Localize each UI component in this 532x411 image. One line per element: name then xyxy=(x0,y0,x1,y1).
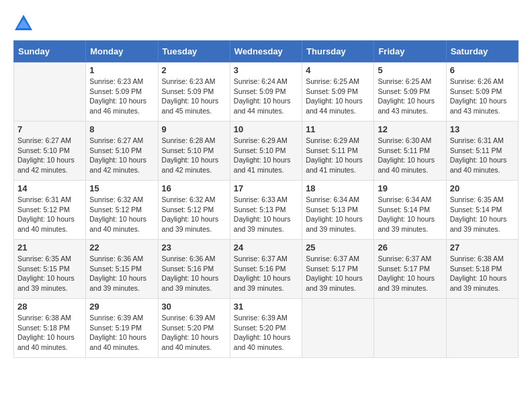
day-number: 25 xyxy=(306,242,370,253)
day-number: 20 xyxy=(450,183,515,193)
day-info: Sunrise: 6:23 AMSunset: 5:09 PMDaylight:… xyxy=(162,77,226,116)
calendar-cell: 22Sunrise: 6:36 AMSunset: 5:15 PMDayligh… xyxy=(86,240,158,299)
day-info: Sunrise: 6:31 AMSunset: 5:12 PMDaylight:… xyxy=(17,195,82,234)
week-row-3: 14Sunrise: 6:31 AMSunset: 5:12 PMDayligh… xyxy=(14,181,519,240)
day-number: 13 xyxy=(450,124,515,134)
day-info: Sunrise: 6:33 AMSunset: 5:13 PMDaylight:… xyxy=(234,195,298,234)
day-info: Sunrise: 6:25 AMSunset: 5:09 PMDaylight:… xyxy=(378,77,442,116)
calendar-cell: 13Sunrise: 6:31 AMSunset: 5:11 PMDayligh… xyxy=(446,122,518,181)
day-info: Sunrise: 6:35 AMSunset: 5:14 PMDaylight:… xyxy=(450,195,515,234)
calendar-cell: 6Sunrise: 6:26 AMSunset: 5:09 PMDaylight… xyxy=(446,62,518,122)
column-header-tuesday: Tuesday xyxy=(158,41,230,62)
day-number: 3 xyxy=(234,65,298,75)
calendar-cell: 5Sunrise: 6:25 AMSunset: 5:09 PMDaylight… xyxy=(374,62,446,122)
calendar-cell: 15Sunrise: 6:32 AMSunset: 5:12 PMDayligh… xyxy=(86,181,158,240)
day-number: 11 xyxy=(306,124,370,134)
day-info: Sunrise: 6:37 AMSunset: 5:16 PMDaylight:… xyxy=(234,254,298,293)
day-info: Sunrise: 6:29 AMSunset: 5:10 PMDaylight:… xyxy=(234,136,298,175)
day-info: Sunrise: 6:32 AMSunset: 5:12 PMDaylight:… xyxy=(89,195,154,234)
column-header-thursday: Thursday xyxy=(302,41,374,62)
calendar-cell: 21Sunrise: 6:35 AMSunset: 5:15 PMDayligh… xyxy=(14,240,86,299)
day-number: 29 xyxy=(89,302,154,312)
calendar-cell: 1Sunrise: 6:23 AMSunset: 5:09 PMDaylight… xyxy=(86,62,158,122)
column-header-friday: Friday xyxy=(374,41,446,62)
day-info: Sunrise: 6:34 AMSunset: 5:13 PMDaylight:… xyxy=(306,195,370,234)
day-number: 22 xyxy=(89,242,154,253)
day-number: 9 xyxy=(162,124,226,134)
day-info: Sunrise: 6:24 AMSunset: 5:09 PMDaylight:… xyxy=(234,77,298,116)
day-info: Sunrise: 6:26 AMSunset: 5:09 PMDaylight:… xyxy=(450,77,515,116)
calendar-cell xyxy=(374,299,446,358)
day-number: 12 xyxy=(378,124,442,134)
day-info: Sunrise: 6:38 AMSunset: 5:18 PMDaylight:… xyxy=(17,313,82,353)
calendar-cell: 24Sunrise: 6:37 AMSunset: 5:16 PMDayligh… xyxy=(230,240,302,299)
calendar-cell: 18Sunrise: 6:34 AMSunset: 5:13 PMDayligh… xyxy=(302,181,374,240)
day-info: Sunrise: 6:39 AMSunset: 5:20 PMDaylight:… xyxy=(234,313,298,353)
day-number: 2 xyxy=(162,65,226,75)
column-header-monday: Monday xyxy=(86,41,158,62)
day-number: 16 xyxy=(162,183,226,193)
day-info: Sunrise: 6:31 AMSunset: 5:11 PMDaylight:… xyxy=(450,136,515,175)
day-number: 15 xyxy=(89,183,154,193)
calendar-cell: 12Sunrise: 6:30 AMSunset: 5:11 PMDayligh… xyxy=(374,122,446,181)
calendar-cell: 11Sunrise: 6:29 AMSunset: 5:11 PMDayligh… xyxy=(302,122,374,181)
calendar-cell: 9Sunrise: 6:28 AMSunset: 5:10 PMDaylight… xyxy=(158,122,230,181)
logo-icon xyxy=(13,13,34,34)
calendar-cell: 3Sunrise: 6:24 AMSunset: 5:09 PMDaylight… xyxy=(230,62,302,122)
calendar-cell: 28Sunrise: 6:38 AMSunset: 5:18 PMDayligh… xyxy=(14,299,86,358)
calendar-cell: 8Sunrise: 6:27 AMSunset: 5:10 PMDaylight… xyxy=(86,122,158,181)
calendar-cell xyxy=(446,299,518,358)
day-number: 18 xyxy=(306,183,370,193)
week-row-1: 1Sunrise: 6:23 AMSunset: 5:09 PMDaylight… xyxy=(14,62,519,122)
day-number: 21 xyxy=(17,242,82,253)
column-header-saturday: Saturday xyxy=(446,41,518,62)
day-number: 19 xyxy=(378,183,442,193)
day-info: Sunrise: 6:39 AMSunset: 5:20 PMDaylight:… xyxy=(162,313,226,353)
day-number: 7 xyxy=(17,124,82,134)
day-info: Sunrise: 6:34 AMSunset: 5:14 PMDaylight:… xyxy=(378,195,442,234)
calendar-cell xyxy=(302,299,374,358)
day-number: 4 xyxy=(306,65,370,75)
week-row-2: 7Sunrise: 6:27 AMSunset: 5:10 PMDaylight… xyxy=(14,122,519,181)
calendar-cell: 26Sunrise: 6:37 AMSunset: 5:17 PMDayligh… xyxy=(374,240,446,299)
calendar-cell: 20Sunrise: 6:35 AMSunset: 5:14 PMDayligh… xyxy=(446,181,518,240)
day-info: Sunrise: 6:27 AMSunset: 5:10 PMDaylight:… xyxy=(17,136,82,175)
day-number: 10 xyxy=(234,124,298,134)
calendar-cell: 7Sunrise: 6:27 AMSunset: 5:10 PMDaylight… xyxy=(14,122,86,181)
day-number: 24 xyxy=(234,242,298,253)
day-number: 23 xyxy=(162,242,226,253)
day-info: Sunrise: 6:37 AMSunset: 5:17 PMDaylight:… xyxy=(306,254,370,293)
day-info: Sunrise: 6:37 AMSunset: 5:17 PMDaylight:… xyxy=(378,254,442,293)
calendar-cell: 23Sunrise: 6:36 AMSunset: 5:16 PMDayligh… xyxy=(158,240,230,299)
day-info: Sunrise: 6:39 AMSunset: 5:19 PMDaylight:… xyxy=(89,313,154,353)
calendar-cell: 16Sunrise: 6:32 AMSunset: 5:12 PMDayligh… xyxy=(158,181,230,240)
calendar-cell: 27Sunrise: 6:38 AMSunset: 5:18 PMDayligh… xyxy=(446,240,518,299)
day-info: Sunrise: 6:32 AMSunset: 5:12 PMDaylight:… xyxy=(162,195,226,234)
day-number: 5 xyxy=(378,65,442,75)
day-number: 31 xyxy=(234,302,298,312)
week-row-5: 28Sunrise: 6:38 AMSunset: 5:18 PMDayligh… xyxy=(14,299,519,358)
page-header xyxy=(13,13,519,34)
calendar-cell: 17Sunrise: 6:33 AMSunset: 5:13 PMDayligh… xyxy=(230,181,302,240)
day-number: 17 xyxy=(234,183,298,193)
day-info: Sunrise: 6:27 AMSunset: 5:10 PMDaylight:… xyxy=(89,136,154,175)
column-header-wednesday: Wednesday xyxy=(230,41,302,62)
day-info: Sunrise: 6:28 AMSunset: 5:10 PMDaylight:… xyxy=(162,136,226,175)
calendar-cell: 25Sunrise: 6:37 AMSunset: 5:17 PMDayligh… xyxy=(302,240,374,299)
calendar-table: SundayMondayTuesdayWednesdayThursdayFrid… xyxy=(13,40,519,358)
day-info: Sunrise: 6:23 AMSunset: 5:09 PMDaylight:… xyxy=(89,77,154,116)
day-number: 28 xyxy=(17,302,82,312)
day-number: 14 xyxy=(17,183,82,193)
logo xyxy=(13,13,36,34)
day-number: 6 xyxy=(450,65,515,75)
day-info: Sunrise: 6:36 AMSunset: 5:16 PMDaylight:… xyxy=(162,254,226,293)
calendar-cell: 19Sunrise: 6:34 AMSunset: 5:14 PMDayligh… xyxy=(374,181,446,240)
day-info: Sunrise: 6:36 AMSunset: 5:15 PMDaylight:… xyxy=(89,254,154,293)
calendar-cell: 4Sunrise: 6:25 AMSunset: 5:09 PMDaylight… xyxy=(302,62,374,122)
day-info: Sunrise: 6:25 AMSunset: 5:09 PMDaylight:… xyxy=(306,77,370,116)
week-row-4: 21Sunrise: 6:35 AMSunset: 5:15 PMDayligh… xyxy=(14,240,519,299)
calendar-cell: 10Sunrise: 6:29 AMSunset: 5:10 PMDayligh… xyxy=(230,122,302,181)
calendar-cell: 14Sunrise: 6:31 AMSunset: 5:12 PMDayligh… xyxy=(14,181,86,240)
calendar-cell xyxy=(14,62,86,122)
calendar-header-row: SundayMondayTuesdayWednesdayThursdayFrid… xyxy=(14,41,519,62)
